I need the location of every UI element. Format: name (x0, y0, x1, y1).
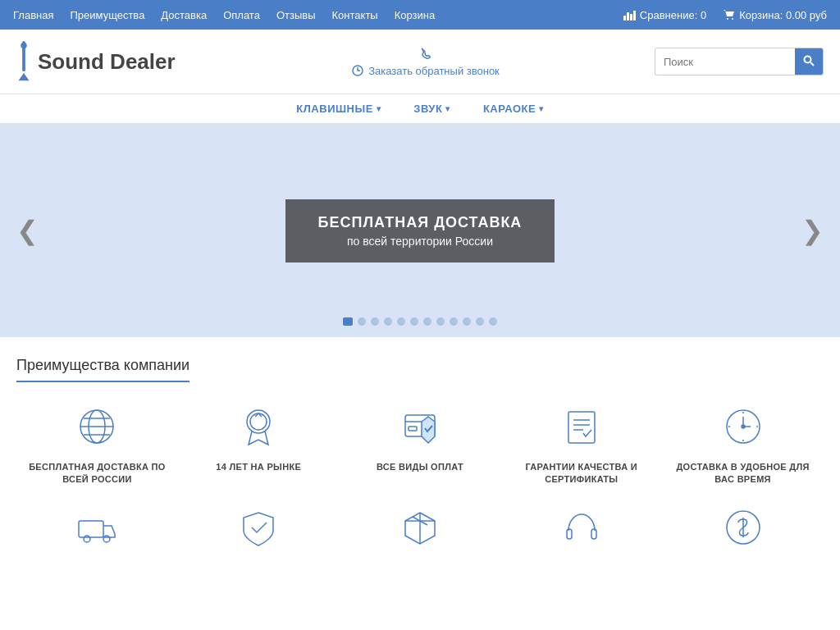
slider-dot-10[interactable] (463, 317, 471, 326)
logo-text: Sound Dealer (38, 49, 176, 75)
payment-shield-icon (395, 402, 445, 451)
svg-rect-22 (568, 412, 595, 443)
top-navigation: Главная Преимущества Доставка Оплата Отз… (0, 0, 840, 30)
chevron-down-icon: ▾ (377, 104, 381, 113)
callback-icon (352, 65, 363, 76)
slider-dot-11[interactable] (476, 317, 484, 326)
clock-icon (719, 402, 768, 451)
advantage-experience: 14 ЛЕТ НА РЫНКЕ (186, 402, 331, 486)
svg-point-36 (103, 536, 110, 542)
chevron-down-icon: ▾ (539, 104, 544, 113)
advantage-free-delivery: БЕСПЛАТНАЯ ДОСТАВКА ПО ВСЕЙ РОССИИ (25, 402, 170, 486)
top-nav-right: Сравнение: 0 Корзина: 0.00 руб (623, 9, 827, 21)
nav-cart[interactable]: Корзина (395, 9, 436, 21)
advantages-grid: БЕСПЛАТНАЯ ДОСТАВКА ПО ВСЕЙ РОССИИ 14 ЛЕ… (16, 402, 824, 486)
svg-marker-7 (19, 73, 30, 80)
advantage-payments: ВСЕ ВИДЫ ОПЛАТ (347, 402, 492, 486)
slider-prev-button[interactable]: ❮ (8, 207, 47, 254)
header-center: Заказать обратный звонок (197, 47, 655, 77)
category-navigation: КЛАВИШНЫЕ ▾ ЗВУК ▾ КАРАОКЕ ▾ (0, 94, 840, 124)
slider-dot-4[interactable] (384, 317, 392, 326)
slider-dot-12[interactable] (489, 317, 497, 326)
slider-banner-line2: по всей территории России (318, 235, 523, 248)
search-button[interactable] (795, 48, 823, 75)
compare-icon (623, 9, 637, 21)
adv-label-time-delivery: ДОСТАВКА В УДОБНОЕ ДЛЯ ВАС ВРЕМЯ (670, 461, 815, 486)
svg-point-29 (742, 425, 745, 428)
slider-dot-6[interactable] (410, 317, 418, 326)
slider-banner-line1: БЕСПЛАТНАЯ ДОСТАВКА (318, 214, 523, 231)
slider-dots (0, 317, 840, 326)
nav-reviews[interactable]: Отзывы (276, 9, 316, 21)
slider-dot-2[interactable] (358, 317, 366, 326)
hero-slider: ❮ БЕСПЛАТНАЯ ДОСТАВКА по всей территории… (0, 124, 840, 337)
advantage-row2-2 (186, 503, 331, 552)
advantages-grid-row2 (16, 503, 824, 552)
advantage-row2-5 (670, 503, 815, 552)
adv-label-quality: ГАРАНТИИ КАЧЕСТВА И СЕРТИФИКАТЫ (509, 461, 654, 486)
search-box (655, 48, 824, 75)
slider-dot-1[interactable] (343, 317, 353, 326)
site-header: Sound Dealer Заказать обратный звонок (0, 30, 840, 94)
chevron-down-icon: ▾ (445, 104, 450, 113)
adv-label-experience: 14 ЛЕТ НА РЫНКЕ (216, 461, 301, 473)
advantage-row2-4 (509, 503, 654, 552)
slider-dot-5[interactable] (397, 317, 405, 326)
cat-keyboards[interactable]: КЛАВИШНЫЕ ▾ (296, 103, 381, 115)
search-input[interactable] (655, 52, 795, 71)
nav-home[interactable]: Главная (13, 9, 53, 21)
advantages-title: Преимущества компании (16, 357, 189, 382)
advantage-row2-3 (347, 503, 492, 552)
nav-payment[interactable]: Оплата (223, 9, 260, 21)
svg-point-35 (84, 536, 90, 542)
advantage-time-delivery: ДОСТАВКА В УДОБНОЕ ДЛЯ ВАС ВРЕМЯ (670, 402, 815, 486)
phone-icon (419, 47, 432, 60)
cart-icon (723, 9, 736, 21)
certificate-icon (557, 402, 606, 451)
search-icon (803, 55, 815, 66)
svg-point-18 (250, 413, 267, 430)
box-icon (395, 503, 445, 552)
advantage-quality: ГАРАНТИИ КАЧЕСТВА И СЕРТИФИКАТЫ (509, 402, 654, 486)
advantages-section: Преимущества компании БЕСПЛАТНАЯ ДОСТАВК… (0, 337, 840, 560)
award-icon (234, 402, 283, 451)
callback-link[interactable]: Заказать обратный звонок (352, 65, 500, 77)
shield-check-icon (234, 503, 283, 552)
slider-dot-3[interactable] (371, 317, 379, 326)
compare-link[interactable]: Сравнение: 0 (623, 9, 706, 21)
adv-label-delivery: БЕСПЛАТНАЯ ДОСТАВКА ПО ВСЕЙ РОССИИ (25, 461, 170, 486)
cart-link[interactable]: Корзина: 0.00 руб (723, 9, 827, 21)
svg-rect-1 (627, 12, 629, 21)
phone-link[interactable] (419, 47, 432, 60)
svg-rect-0 (623, 16, 626, 21)
svg-rect-38 (591, 529, 596, 539)
svg-rect-37 (567, 529, 572, 539)
headphones-icon (557, 503, 606, 552)
svg-point-8 (21, 43, 26, 48)
advantage-row2-1 (25, 503, 170, 552)
slider-dot-7[interactable] (423, 317, 431, 326)
slider-banner: БЕСПЛАТНАЯ ДОСТАВКА по всей территории Р… (285, 199, 555, 262)
cat-sound[interactable]: ЗВУК ▾ (413, 103, 450, 115)
svg-rect-34 (79, 521, 103, 537)
money-icon (719, 503, 768, 552)
cat-karaoke[interactable]: КАРАОКЕ ▾ (483, 103, 544, 115)
nav-contacts[interactable]: Контакты (332, 9, 378, 21)
delivery-truck-icon (72, 503, 121, 552)
svg-point-4 (727, 18, 728, 20)
svg-rect-21 (409, 427, 417, 431)
svg-rect-3 (633, 11, 636, 21)
svg-point-5 (732, 18, 733, 20)
slider-dot-8[interactable] (436, 317, 445, 326)
slider-content: БЕСПЛАТНАЯ ДОСТАВКА по всей территории Р… (285, 199, 555, 262)
globe-icon (72, 402, 121, 451)
logo-link[interactable]: Sound Dealer (16, 41, 197, 82)
adv-label-payments: ВСЕ ВИДЫ ОПЛАТ (377, 461, 463, 473)
nav-delivery[interactable]: Доставка (161, 9, 207, 21)
slider-next-button[interactable]: ❯ (793, 207, 832, 254)
svg-rect-2 (630, 14, 632, 21)
nav-advantages[interactable]: Преимущества (70, 9, 144, 21)
svg-line-11 (810, 62, 814, 66)
slider-dot-9[interactable] (450, 317, 458, 326)
svg-point-10 (805, 56, 811, 62)
